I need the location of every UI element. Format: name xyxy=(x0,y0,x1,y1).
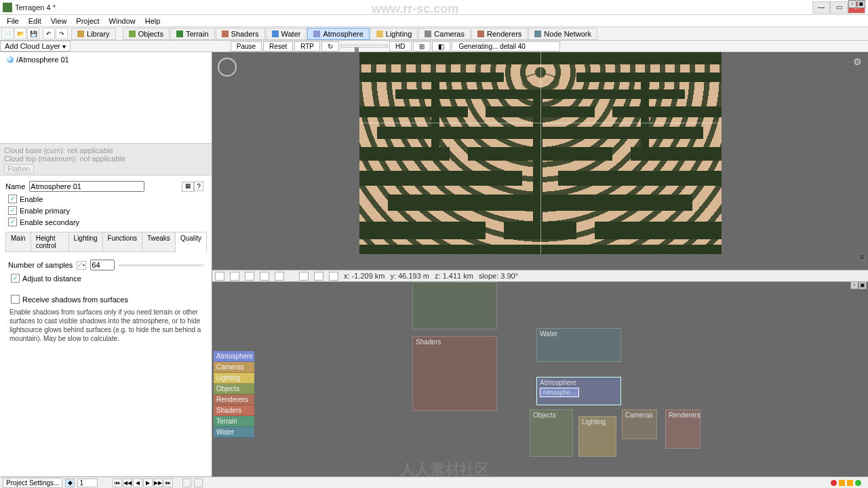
undo-icon[interactable]: ↶ xyxy=(43,28,55,39)
samples-slider[interactable] xyxy=(119,264,203,266)
enable-secondary-checkbox[interactable]: Enable secondary xyxy=(5,216,206,228)
vs-icon-4[interactable] xyxy=(260,272,269,281)
scene-tree[interactable]: /Atmosphere 01 xyxy=(0,52,212,144)
vs-icon-5[interactable] xyxy=(275,272,284,281)
project-settings-button[interactable]: Project Settings... xyxy=(3,478,62,488)
reset-button[interactable]: Reset xyxy=(263,41,293,52)
help-text: Enable shadows from surfaces only if you… xyxy=(8,308,203,343)
enable-checkbox[interactable]: Enable xyxy=(5,193,206,205)
name-input[interactable] xyxy=(29,181,144,192)
node-group-lighting[interactable]: Lighting xyxy=(578,416,616,457)
node-group-objects[interactable]: Objects xyxy=(530,409,573,457)
nl-lighting[interactable]: Lighting xyxy=(214,373,254,384)
vs-icon-1[interactable] xyxy=(215,272,224,281)
node-network-tab[interactable]: Node Network xyxy=(528,28,597,40)
compass-icon[interactable] xyxy=(218,58,237,77)
tab-lighting[interactable]: Lighting xyxy=(68,232,103,251)
water-tab[interactable]: Water xyxy=(266,28,307,40)
lighting-tab[interactable]: Lighting xyxy=(370,28,418,40)
objects-tab[interactable]: Objects xyxy=(123,28,170,40)
nl-shaders[interactable]: Shaders xyxy=(214,405,254,416)
menu-edit[interactable]: Edit xyxy=(24,16,45,26)
first-frame-icon[interactable]: ⏮ xyxy=(113,479,122,487)
tab-quality[interactable]: Quality xyxy=(175,232,207,252)
node-icon[interactable]: ▦ xyxy=(182,182,194,192)
receive-shadows-checkbox[interactable]: Receive shadows from surfaces xyxy=(8,293,203,305)
frame-input[interactable] xyxy=(77,479,98,487)
node-group-terrain[interactable] xyxy=(412,282,497,329)
nl-cameras[interactable]: Cameras xyxy=(214,362,254,373)
nl-renderers[interactable]: Renderers xyxy=(214,394,254,405)
vs-icon-8[interactable] xyxy=(329,272,338,281)
tool-icon-1[interactable]: ⊞ xyxy=(413,41,431,52)
play-back-icon[interactable]: ◀ xyxy=(133,479,142,487)
node-group-atmosphere[interactable]: AtmosphereAtmosphe… xyxy=(536,377,621,405)
vs-icon-6[interactable] xyxy=(299,272,309,281)
library-tab[interactable]: Library xyxy=(71,28,116,40)
nl-water[interactable]: Water xyxy=(214,427,254,438)
viewport-gear-icon[interactable]: ⚙ xyxy=(853,56,864,67)
minimize-button[interactable]: — xyxy=(812,1,830,14)
rtp-button[interactable]: RTP xyxy=(294,41,320,52)
redo-icon[interactable]: ↷ xyxy=(56,28,68,39)
node-group-renderers[interactable]: Renderers xyxy=(665,409,701,449)
menu-view[interactable]: View xyxy=(47,16,71,26)
atmosphere-tab[interactable]: Atmosphere xyxy=(307,28,369,40)
vs-icon-7[interactable] xyxy=(314,272,323,281)
tab-height[interactable]: Height control xyxy=(31,232,69,251)
tree-item-atmosphere[interactable]: /Atmosphere 01 xyxy=(3,55,209,64)
menu-help[interactable]: Help xyxy=(141,16,165,26)
next-frame-icon[interactable]: ▶▶ xyxy=(153,479,163,487)
shaders-tab[interactable]: Shaders xyxy=(216,28,265,40)
ng-max-icon[interactable]: ▣ xyxy=(859,282,867,289)
pause-button[interactable]: Pause xyxy=(231,41,262,52)
properties-panel: Name ▦ ? Enable Enable primary Enable se… xyxy=(0,176,212,476)
renderers-tab[interactable]: Renderers xyxy=(471,28,528,40)
nl-atmosphere[interactable]: Atmosphere xyxy=(214,351,254,362)
terrain-tab[interactable]: Terrain xyxy=(170,28,215,40)
help-icon[interactable]: ? xyxy=(194,182,203,191)
property-tabs: Main Height control Lighting Functions T… xyxy=(5,232,206,252)
prev-frame-icon[interactable]: ◀◀ xyxy=(123,479,132,487)
viewport-3d[interactable]: ⚙ xyxy=(212,52,868,270)
panel-min-icon[interactable]: ▫ xyxy=(848,0,856,8)
flatten-button[interactable]: Flatten xyxy=(4,164,34,174)
nl-terrain[interactable]: Terrain xyxy=(214,416,254,427)
save-icon[interactable]: 💾 xyxy=(27,28,39,39)
render-preview[interactable] xyxy=(359,52,722,254)
tool-icon-2[interactable]: ◧ xyxy=(432,41,450,52)
samples-stepper-icon[interactable]: ⟋▴ xyxy=(77,261,86,270)
samples-input[interactable] xyxy=(90,260,115,270)
range-icon[interactable] xyxy=(194,479,203,487)
viewport-resize-icon[interactable] xyxy=(859,253,865,260)
menu-window[interactable]: Window xyxy=(105,16,140,26)
add-cloud-layer-button[interactable]: Add Cloud Layer ▾ xyxy=(0,41,71,52)
keyframe-icon[interactable]: ◆ xyxy=(65,479,75,487)
node-graph[interactable]: ▫▣ Atmosphere Cameras Lighting Objects R… xyxy=(212,282,868,476)
menu-project[interactable]: Project xyxy=(72,16,103,26)
tab-tweaks[interactable]: Tweaks xyxy=(142,232,176,251)
vs-icon-3[interactable] xyxy=(245,272,254,281)
quality-slider[interactable] xyxy=(340,45,388,47)
adjust-distance-checkbox[interactable]: Adjust to distance xyxy=(8,272,203,284)
last-frame-icon[interactable]: ⏭ xyxy=(163,479,173,487)
node-group-cameras[interactable]: Cameras xyxy=(622,409,657,439)
enable-primary-checkbox[interactable]: Enable primary xyxy=(5,205,206,216)
panel-max-icon[interactable]: ▣ xyxy=(857,0,865,8)
play-icon[interactable]: ▶ xyxy=(143,479,153,487)
auto-refresh-icon[interactable]: ↻ xyxy=(321,41,339,52)
nl-objects[interactable]: Objects xyxy=(214,384,254,394)
node-group-shaders[interactable]: Shaders xyxy=(412,336,497,411)
vs-icon-2[interactable] xyxy=(230,272,239,281)
ng-min-icon[interactable]: ▫ xyxy=(850,282,859,289)
new-icon[interactable]: 📄 xyxy=(1,28,14,39)
menu-file[interactable]: File xyxy=(3,16,23,26)
maximize-button[interactable]: ▭ xyxy=(830,1,848,14)
open-icon[interactable]: 📂 xyxy=(14,28,26,39)
hd-button[interactable]: HD xyxy=(389,41,411,52)
cameras-tab[interactable]: Cameras xyxy=(418,28,471,40)
tab-functions[interactable]: Functions xyxy=(102,232,142,251)
tab-main[interactable]: Main xyxy=(5,232,31,251)
node-group-water[interactable]: Water xyxy=(536,328,621,362)
loop-icon[interactable] xyxy=(182,479,191,487)
